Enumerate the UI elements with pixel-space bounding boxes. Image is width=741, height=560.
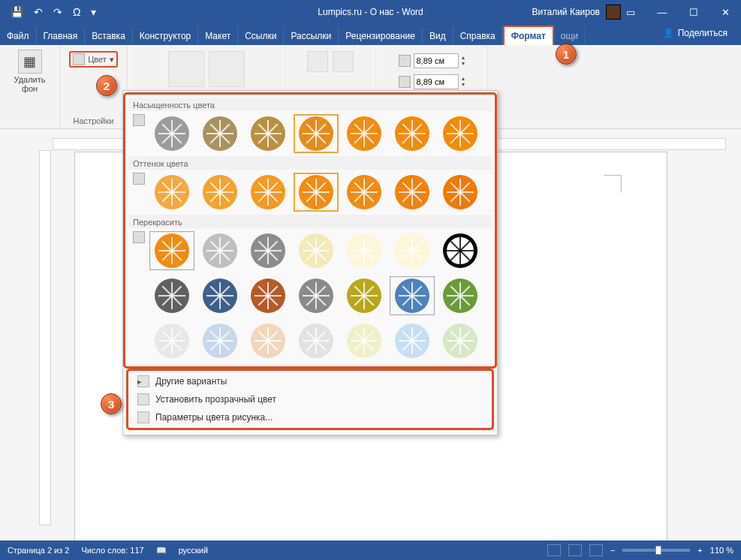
page-status[interactable]: Страница 2 из 2 (8, 546, 69, 555)
share-icon: 👤 (663, 28, 674, 38)
close-icon[interactable]: ✕ (709, 0, 741, 24)
width-input[interactable] (414, 74, 459, 89)
color-swatch[interactable] (197, 114, 242, 153)
color-swatch[interactable] (149, 114, 194, 153)
color-swatch[interactable] (438, 321, 483, 360)
tab-view[interactable]: Вид (423, 27, 453, 45)
color-swatch[interactable] (245, 231, 291, 270)
color-swatch[interactable] (294, 114, 339, 153)
set-transparent-item[interactable]: Установить прозрачный цвет (130, 390, 490, 408)
group-remove-bg: ▦ Удалить фон (0, 45, 60, 128)
word-count[interactable]: Число слов: 117 (81, 546, 143, 555)
redo-icon[interactable]: ↷ (53, 6, 62, 18)
more-variants-item[interactable]: Другие варианты ▸ (130, 372, 490, 390)
group-adjust: Цвет ▾ Настройки (60, 45, 128, 128)
tab-insert[interactable]: Вставка (85, 27, 133, 45)
tab-format[interactable]: Формат (503, 26, 554, 45)
zoom-level[interactable]: 110 % (710, 546, 733, 555)
color-swatch[interactable] (390, 276, 435, 315)
color-swatch[interactable] (197, 231, 242, 270)
user-account[interactable]: Виталий Каиров (532, 5, 621, 20)
read-mode-icon[interactable] (547, 544, 561, 556)
color-swatch[interactable] (294, 276, 339, 315)
color-swatch[interactable] (438, 231, 483, 270)
color-swatch[interactable] (245, 173, 291, 212)
height-input[interactable] (414, 53, 459, 68)
share-button[interactable]: 👤 Поделиться (663, 28, 727, 38)
styles-item-icon[interactable] (209, 51, 245, 87)
tab-layout[interactable]: Макет (198, 27, 238, 45)
qat-dropdown-icon[interactable]: ▾ (91, 6, 96, 18)
color-swatch[interactable] (197, 321, 242, 360)
styles-item-icon[interactable] (168, 51, 204, 87)
remove-background-button[interactable]: ▦ Удалить фон (13, 48, 47, 95)
color-swatch[interactable] (390, 321, 435, 360)
minimize-icon[interactable]: — (646, 0, 678, 24)
print-layout-icon[interactable] (568, 544, 582, 556)
symbol-icon[interactable]: Ω (73, 6, 80, 18)
remove-bg-label: Удалить фон (14, 75, 46, 93)
color-swatch[interactable] (342, 114, 387, 153)
color-swatch[interactable] (438, 114, 483, 153)
color-gallery: Насыщенность цвета (123, 92, 497, 369)
color-swatch[interactable] (197, 276, 242, 315)
chevron-right-icon: ▸ (137, 377, 142, 387)
tab-review[interactable]: Рецензирование (339, 27, 423, 45)
title-bar: 💾 ↶ ↷ Ω ▾ Lumpics.ru - О нас - Word Вита… (0, 0, 741, 24)
color-swatch[interactable] (294, 321, 339, 360)
saturation-section-icon (133, 114, 145, 126)
zoom-slider[interactable] (622, 549, 690, 552)
tab-help[interactable]: Справка (453, 27, 503, 45)
spellcheck-icon[interactable]: 📖 (156, 546, 167, 555)
user-name: Виталий Каиров (532, 7, 600, 17)
vertical-ruler[interactable] (39, 150, 51, 525)
ribbon-options-icon[interactable]: ▭ (615, 0, 646, 24)
color-swatch[interactable] (294, 173, 339, 212)
color-swatch[interactable] (245, 321, 291, 360)
callout-badge-3: 3 (101, 393, 122, 414)
web-layout-icon[interactable] (589, 544, 603, 556)
color-swatch[interactable] (149, 173, 194, 212)
color-swatch[interactable] (245, 114, 291, 153)
width-icon (399, 76, 411, 88)
language-status[interactable]: русский (179, 546, 208, 555)
tone-row (128, 170, 492, 215)
spinner-icon[interactable]: ▴▾ (462, 55, 465, 67)
color-swatch[interactable] (390, 231, 435, 270)
color-swatch[interactable] (245, 276, 291, 315)
color-swatch[interactable] (438, 276, 483, 315)
recolor-row-2 (128, 273, 492, 318)
callout-badge-2: 2 (96, 75, 117, 96)
color-swatch[interactable] (390, 114, 435, 153)
color-swatch[interactable] (149, 276, 194, 315)
color-button[interactable]: Цвет ▾ (69, 51, 118, 68)
color-swatch[interactable] (342, 321, 387, 360)
zoom-in-button[interactable]: + (697, 546, 702, 555)
tab-mailings[interactable]: Рассылки (284, 27, 339, 45)
zoom-out-button[interactable]: − (610, 546, 615, 555)
spacer (133, 321, 146, 360)
quick-access-toolbar: 💾 ↶ ↷ Ω ▾ (0, 6, 96, 18)
zoom-thumb[interactable] (655, 546, 661, 555)
spinner-icon[interactable]: ▴▾ (462, 76, 465, 88)
color-swatch[interactable] (149, 321, 194, 360)
color-swatch[interactable] (342, 173, 387, 212)
color-swatch[interactable] (438, 173, 483, 212)
maximize-icon[interactable]: ☐ (678, 0, 709, 24)
color-swatch[interactable] (342, 231, 387, 270)
color-swatch[interactable] (390, 173, 435, 212)
color-swatch[interactable] (342, 276, 387, 315)
save-icon[interactable]: 💾 (11, 6, 23, 18)
arrange-item-icon[interactable] (307, 51, 328, 72)
arrange-item-icon[interactable] (333, 51, 354, 72)
tab-home[interactable]: Главная (37, 27, 86, 45)
color-swatch[interactable] (197, 173, 242, 212)
color-swatch[interactable] (149, 231, 194, 270)
tab-file[interactable]: Файл (0, 27, 37, 45)
options-icon (137, 411, 149, 423)
color-swatch[interactable] (294, 231, 339, 270)
tab-design[interactable]: Конструктор (133, 27, 198, 45)
tab-references[interactable]: Ссылки (238, 27, 284, 45)
undo-icon[interactable]: ↶ (34, 6, 43, 18)
picture-color-options-item[interactable]: Параметры цвета рисунка... (130, 408, 490, 426)
